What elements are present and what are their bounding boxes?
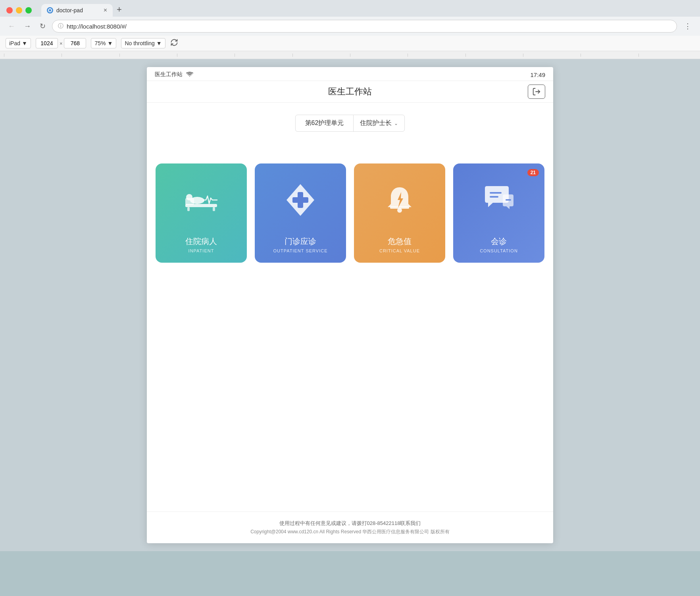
svg-rect-6 — [213, 207, 215, 211]
critical-label-area: 危急值 CRITICAL VALUE — [379, 236, 420, 263]
app-footer: 使用过程中有任何意见或建议，请拨打028-85422118联系我们 Copyri… — [147, 511, 553, 543]
tab-favicon — [47, 7, 53, 13]
consultation-label-area: 会诊 CONSULTATION — [480, 236, 518, 263]
browser-menu-button[interactable]: ⋮ — [681, 20, 694, 32]
svg-point-4 — [186, 194, 192, 200]
app-content: 第62护理单元 住院护士长 ⌄ — [147, 103, 553, 511]
consultation-label-en: CONSULTATION — [480, 248, 518, 253]
maximize-window-button[interactable] — [25, 7, 32, 13]
logout-icon — [532, 87, 541, 96]
back-button[interactable]: ← — [6, 21, 17, 32]
inpatient-icon — [181, 186, 221, 214]
unit-name: 第62护理单元 — [296, 115, 354, 131]
dropdown-arrow-icon: ⌄ — [394, 121, 398, 126]
url-text: http://localhost:8080/#/ — [67, 23, 127, 30]
window-controls — [6, 7, 32, 13]
footer-contact: 使用过程中有任何意见或建议，请拨打028-85422118联系我们 — [155, 520, 545, 527]
inpatient-label-area: 住院病人 INPATIENT — [185, 236, 217, 263]
device-arrow: ▼ — [22, 40, 27, 46]
svg-rect-12 — [490, 192, 502, 194]
reload-button[interactable]: ↻ — [37, 20, 48, 32]
dimension-x: × — [60, 40, 63, 46]
critical-label-en: CRITICAL VALUE — [379, 248, 420, 253]
throttle-arrow: ▼ — [156, 40, 162, 46]
unit-role-label: 住院护士长 — [360, 119, 392, 127]
status-time: 17:49 — [530, 71, 545, 78]
station-name: 医生工作站 — [155, 71, 183, 78]
minimize-window-button[interactable] — [16, 7, 22, 13]
new-tab-button[interactable]: + — [113, 4, 126, 15]
device-label: iPad — [9, 40, 20, 46]
ruler-marks — [4, 54, 696, 57]
app-header: 医生工作站 — [147, 81, 553, 103]
consultation-card[interactable]: 21 — [453, 163, 544, 263]
footer-copyright: Copyright@2004 www.cd120.cn All Rights R… — [155, 529, 545, 535]
rotate-button[interactable] — [170, 38, 178, 48]
cards-grid: 住院病人 INPATIENT — [156, 163, 544, 263]
outpatient-label-area: 门诊应诊 OUTPATIENT SERVICE — [273, 236, 328, 263]
outpatient-label-en: OUTPATIENT SERVICE — [273, 248, 328, 253]
zoom-selector[interactable]: 75% ▼ — [91, 38, 116, 48]
outpatient-card[interactable]: 门诊应诊 OUTPATIENT SERVICE — [255, 163, 346, 263]
status-bar: 医生工作站 17:49 — [147, 67, 553, 81]
device-selector[interactable]: iPad ▼ — [6, 38, 31, 48]
width-input[interactable] — [36, 38, 58, 48]
close-window-button[interactable] — [6, 7, 13, 13]
svg-rect-13 — [490, 196, 498, 198]
dimension-box: × — [36, 38, 87, 48]
height-input[interactable] — [64, 38, 86, 48]
unit-role-dropdown[interactable]: 住院护士长 ⌄ — [354, 115, 404, 131]
nav-bar: ← → ↻ ⓘ http://localhost:8080/#/ ⋮ — [0, 17, 700, 36]
ruler-bar — [0, 51, 700, 59]
url-bar[interactable]: ⓘ http://localhost:8080/#/ — [52, 20, 677, 33]
info-icon: ⓘ — [58, 23, 63, 30]
throttle-selector[interactable]: No throttling ▼ — [121, 38, 165, 48]
inpatient-icon-area — [181, 163, 221, 236]
outpatient-label-zh: 门诊应诊 — [273, 236, 328, 247]
critical-icon — [384, 184, 415, 216]
outpatient-icon-area — [283, 163, 318, 236]
tab-title: doctor-pad — [56, 7, 83, 13]
app-title: 医生工作站 — [328, 86, 372, 98]
svg-rect-8 — [292, 197, 308, 203]
logout-button[interactable] — [528, 85, 545, 99]
consultation-badge: 21 — [527, 169, 539, 176]
unit-selector[interactable]: 第62护理单元 住院护士长 ⌄ — [295, 115, 405, 132]
ipad-frame: 医生工作站 17:49 医生工作站 — [147, 67, 553, 543]
tab-close-button[interactable]: × — [104, 7, 107, 13]
page-wrapper: 医生工作站 17:49 医生工作站 — [0, 59, 700, 551]
zoom-label: 75% — [94, 40, 106, 46]
devtools-bar: iPad ▼ × 75% ▼ No throttling ▼ — [0, 36, 700, 51]
svg-point-10 — [397, 208, 402, 213]
inpatient-label-zh: 住院病人 — [185, 236, 217, 247]
rotate-icon — [170, 38, 178, 46]
title-bar: doctor-pad × + — [0, 0, 700, 17]
consultation-label-zh: 会诊 — [480, 236, 518, 247]
svg-rect-14 — [506, 199, 511, 201]
inpatient-card[interactable]: 住院病人 INPATIENT — [156, 163, 247, 263]
critical-icon-area — [384, 163, 415, 236]
browser-chrome: doctor-pad × + ← → ↻ ⓘ http://localhost:… — [0, 0, 700, 59]
status-left: 医生工作站 — [155, 71, 194, 78]
wifi-icon — [186, 71, 194, 78]
tab-bar: doctor-pad × + — [41, 4, 126, 17]
consultation-icon-area — [481, 163, 517, 236]
outpatient-icon — [283, 182, 318, 218]
active-tab[interactable]: doctor-pad × — [41, 4, 113, 17]
zoom-arrow: ▼ — [108, 40, 113, 46]
throttle-label: No throttling — [125, 40, 154, 46]
forward-button[interactable]: → — [21, 21, 33, 32]
inpatient-label-en: INPATIENT — [185, 248, 217, 253]
svg-rect-5 — [187, 207, 190, 211]
critical-label-zh: 危急值 — [379, 236, 420, 247]
consultation-icon — [481, 184, 517, 216]
critical-card[interactable]: 危急值 CRITICAL VALUE — [354, 163, 445, 263]
